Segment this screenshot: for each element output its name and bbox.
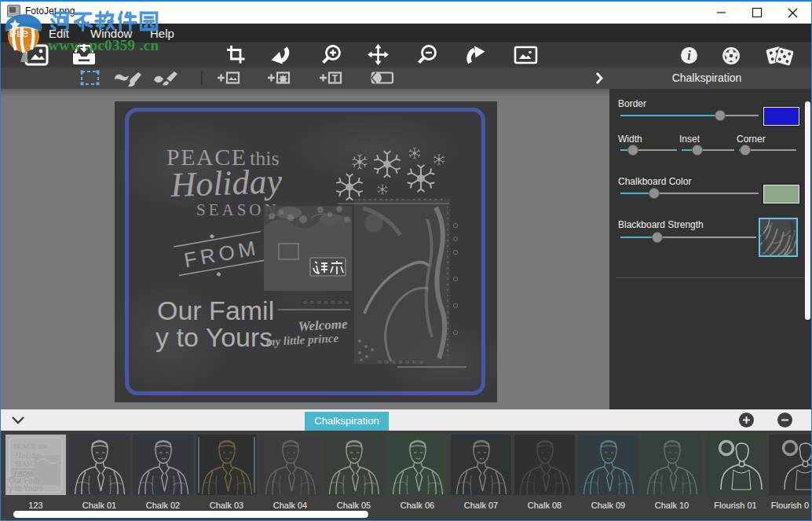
svg-text:i: i <box>687 49 691 62</box>
svg-text:y to Yours: y to Yours <box>9 484 43 493</box>
svg-text:T: T <box>332 73 338 84</box>
svg-text:PEACE this: PEACE this <box>13 442 48 450</box>
